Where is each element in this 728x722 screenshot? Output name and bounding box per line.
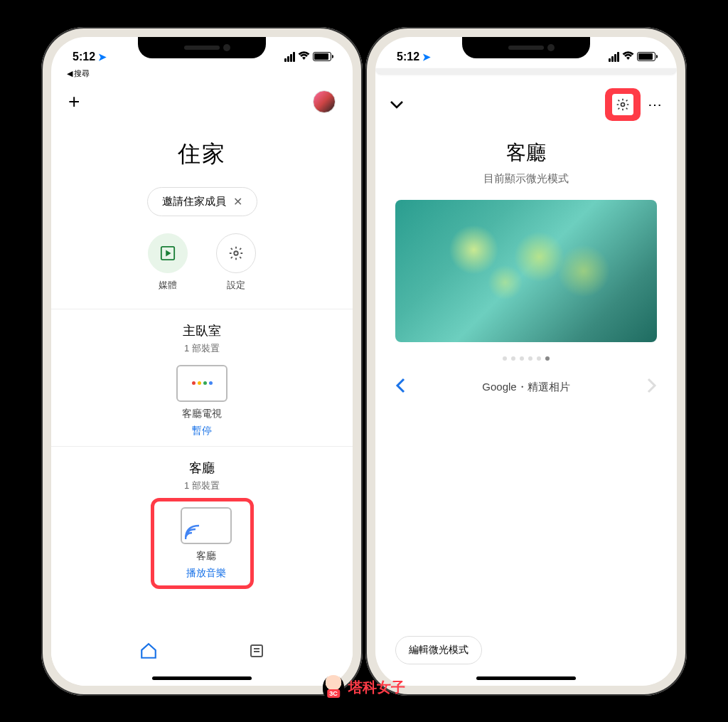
notch	[462, 37, 590, 58]
home-indicator	[152, 676, 252, 680]
close-icon[interactable]: ✕	[233, 195, 242, 208]
device-name: 客廳	[160, 550, 252, 563]
media-button[interactable]: 媒體	[148, 233, 188, 292]
device-name: 客廳電視	[156, 408, 248, 420]
media-label: 媒體	[159, 279, 177, 292]
location-icon: ➤	[422, 51, 431, 63]
carousel-controls: Google・精選相片	[375, 361, 677, 415]
app-header: +	[51, 79, 353, 124]
prev-button[interactable]	[395, 378, 405, 398]
home-tab-icon[interactable]	[139, 642, 158, 664]
detail-header: ⋯	[375, 77, 677, 132]
watermark-avatar-icon: 3C	[323, 675, 344, 699]
settings-button[interactable]: 設定	[216, 233, 256, 292]
collapse-button[interactable]	[390, 96, 404, 112]
svg-point-5	[621, 102, 625, 106]
settings-label: 設定	[227, 279, 245, 292]
highlight-annotation	[605, 88, 641, 121]
next-button[interactable]	[647, 378, 657, 398]
notch	[138, 37, 266, 58]
status-time: 5:12	[73, 51, 95, 63]
device-action-pause[interactable]: 暫停	[156, 425, 248, 437]
room-section-living: 客廳 1 部裝置 客廳 播放音樂	[51, 446, 353, 598]
screen: 5:12 ➤ ⋯	[375, 37, 677, 686]
battery-icon	[313, 52, 331, 61]
room-name: 客廳	[51, 460, 353, 477]
chevron-left-icon: ◀	[67, 69, 73, 78]
action-row: 媒體 設定	[51, 233, 353, 292]
carousel-label: Google・精選相片	[482, 381, 569, 394]
room-device-count: 1 部裝置	[51, 342, 353, 355]
battery-icon	[637, 52, 655, 61]
svg-point-1	[234, 251, 238, 255]
home-title: 住家	[51, 139, 353, 170]
add-button[interactable]: +	[68, 90, 80, 113]
wifi-icon	[622, 51, 634, 63]
play-icon	[148, 233, 188, 273]
home-indicator	[476, 676, 576, 680]
highlight-annotation: 客廳 播放音樂	[151, 498, 254, 589]
feed-tab-icon[interactable]	[248, 642, 265, 664]
device-tile-tv[interactable]: 客廳電視 暫停	[156, 365, 248, 437]
room-device-count: 1 部裝置	[51, 479, 353, 492]
settings-button[interactable]	[612, 94, 633, 115]
watermark-text: 塔科女子	[348, 678, 405, 697]
watermark-badge: 3C	[327, 689, 340, 698]
avatar[interactable]	[313, 90, 336, 113]
invite-member-chip[interactable]: 邀請住家成員 ✕	[147, 187, 257, 216]
signal-icon	[284, 52, 295, 62]
room-name: 主臥室	[51, 322, 353, 339]
device-subtitle: 目前顯示微光模式	[375, 172, 677, 186]
edit-ambient-button[interactable]: 編輯微光模式	[395, 636, 482, 664]
invite-label: 邀請住家成員	[162, 195, 226, 208]
tv-icon	[176, 365, 228, 402]
more-button[interactable]: ⋯	[648, 96, 663, 113]
gear-icon	[616, 97, 630, 112]
signal-icon	[609, 52, 619, 62]
room-section-bedroom: 主臥室 1 部裝置 客廳電視 暫停	[51, 309, 353, 446]
device-title: 客廳	[375, 139, 677, 166]
gear-icon	[216, 233, 256, 273]
sheet-edge	[375, 68, 677, 74]
device-action-playmusic[interactable]: 播放音樂	[160, 567, 252, 580]
location-icon: ➤	[98, 51, 107, 63]
cast-icon	[181, 507, 232, 544]
phone-mockup-left: 5:12 ➤ ◀ 搜尋 + 住家 邀請住家成員 ✕	[41, 27, 363, 696]
back-to-search[interactable]: ◀ 搜尋	[51, 68, 353, 79]
status-time: 5:12	[397, 51, 419, 63]
phone-mockup-right: 5:12 ➤ ⋯	[365, 27, 687, 696]
ambient-preview-image[interactable]	[395, 200, 657, 342]
device-tile-cast[interactable]: 客廳 播放音樂	[160, 507, 252, 580]
watermark: 3C 塔科女子	[323, 675, 405, 699]
wifi-icon	[298, 51, 310, 63]
screen: 5:12 ➤ ◀ 搜尋 + 住家 邀請住家成員 ✕	[51, 37, 353, 686]
